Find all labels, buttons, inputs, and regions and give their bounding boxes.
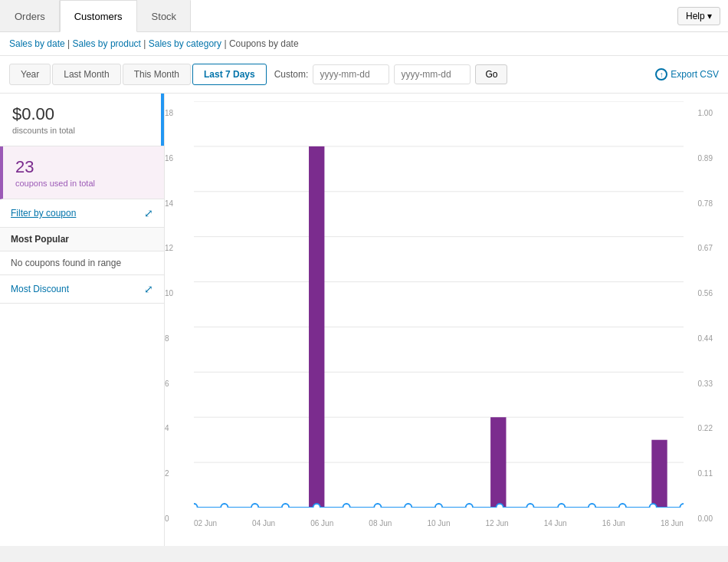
point-08jun <box>374 504 381 508</box>
breadcrumb-link-sales-category[interactable]: Sales by category <box>149 38 221 49</box>
tab-orders[interactable]: Orders <box>0 0 60 31</box>
point-18jun <box>680 504 684 508</box>
y-label-right: 0.89 <box>684 154 713 163</box>
export-icon: ↑ <box>655 68 667 81</box>
y-label-left: 12 <box>165 244 194 252</box>
x-label: 08 Jun <box>369 519 392 527</box>
chart-svg-wrapper <box>194 101 684 508</box>
x-label: 12 Jun <box>486 519 509 527</box>
x-axis-labels: 02 Jun04 Jun06 Jun08 Jun10 Jun12 Jun14 J… <box>194 515 684 531</box>
point-12jun <box>497 504 503 508</box>
most-popular-empty: No coupons found in range <box>0 251 164 275</box>
y-label-right: 0.67 <box>684 244 713 252</box>
period-tab-this-month[interactable]: This Month <box>123 64 191 85</box>
point-10jun <box>435 504 442 508</box>
y-label-right: 0.78 <box>684 199 713 208</box>
svg-point-15 <box>466 504 473 508</box>
y-label-left: 8 <box>165 334 194 343</box>
export-csv-button[interactable]: ↑ Export CSV <box>655 68 719 81</box>
most-discount-link[interactable]: Most Discount <box>11 284 69 294</box>
y-label-right: 0.11 <box>684 469 713 478</box>
left-panel: $0.00 discounts in total 23 coupons used… <box>0 94 165 546</box>
x-label: 16 Jun <box>602 519 625 527</box>
main-layout: $0.00 discounts in total 23 coupons used… <box>0 94 728 546</box>
x-label: 14 Jun <box>544 519 567 527</box>
point-02jun <box>194 504 198 508</box>
tab-customers[interactable]: Customers <box>60 0 137 32</box>
breadcrumb: Sales by date | Sales by product | Sales… <box>0 32 728 56</box>
period-custom: Custom: Go <box>274 64 508 84</box>
svg-point-14 <box>405 504 412 508</box>
svg-point-11 <box>221 504 228 508</box>
filter-by-coupon-link[interactable]: Filter by coupon <box>11 208 76 219</box>
chart-svg <box>194 101 684 508</box>
discount-value: $0.00 <box>12 104 152 124</box>
svg-point-13 <box>343 504 349 508</box>
go-button[interactable]: Go <box>475 64 507 84</box>
y-label-left: 18 <box>165 109 194 117</box>
y-label-right: 0.00 <box>684 514 713 523</box>
svg-point-18 <box>650 504 657 508</box>
most-discount-expand-icon[interactable]: ⤢ <box>144 283 153 295</box>
breadcrumb-link-sales-date[interactable]: Sales by date <box>9 38 65 49</box>
top-nav: Orders Customers Stock Help ▾ <box>0 0 728 32</box>
coupon-count: 23 <box>15 157 152 177</box>
chart-area: 024681012141618 0.000.110.220.330.440.56… <box>165 94 728 546</box>
discount-label: discounts in total <box>12 126 152 135</box>
y-label-left: 4 <box>165 424 194 432</box>
bar-18jun <box>651 440 667 508</box>
y-label-left: 14 <box>165 199 194 208</box>
breadcrumb-current: Coupons by date <box>229 38 299 49</box>
most-popular-header: Most Popular <box>0 228 164 251</box>
breadcrumb-link-sales-product[interactable]: Sales by product <box>73 38 141 49</box>
filter-by-coupon-section[interactable]: Filter by coupon ⤢ <box>0 199 164 228</box>
period-tabs-bar: Year Last Month This Month Last 7 Days C… <box>0 56 728 94</box>
top-nav-tabs: Orders Customers Stock <box>0 0 191 31</box>
point-16jun <box>619 504 626 508</box>
custom-date-end[interactable] <box>394 64 471 84</box>
period-tab-year[interactable]: Year <box>9 64 51 85</box>
y-axis-right: 0.000.110.220.330.440.560.670.780.891.00 <box>684 101 713 531</box>
filter-expand-icon[interactable]: ⤢ <box>144 207 153 219</box>
main-content: Year Last Month This Month Last 7 Days C… <box>0 56 728 546</box>
y-label-left: 6 <box>165 380 194 388</box>
most-discount-section[interactable]: Most Discount ⤢ <box>0 275 164 304</box>
period-tab-last-month[interactable]: Last Month <box>52 64 120 85</box>
bar-06jun <box>309 146 324 508</box>
svg-point-17 <box>589 504 595 508</box>
x-label: 04 Jun <box>252 519 275 527</box>
bar-12jun <box>490 417 506 508</box>
y-label-left: 16 <box>165 154 194 163</box>
discounts-stat-box: $0.00 discounts in total <box>0 94 164 146</box>
chart-container: 024681012141618 0.000.110.220.330.440.56… <box>165 101 713 531</box>
point-06jun <box>313 504 320 508</box>
y-label-right: 1.00 <box>684 109 713 117</box>
y-axis-left: 024681012141618 <box>165 101 194 531</box>
blue-bar <box>161 94 164 146</box>
x-label: 10 Jun <box>427 519 450 527</box>
y-label-right: 0.33 <box>684 380 713 388</box>
svg-point-12 <box>282 504 289 508</box>
custom-date-start[interactable] <box>313 64 389 84</box>
y-label-right: 0.22 <box>684 424 713 432</box>
coupon-label: coupons used in total <box>15 179 152 188</box>
x-label: 02 Jun <box>194 519 217 527</box>
y-label-left: 0 <box>165 514 194 523</box>
period-tab-last-7-days[interactable]: Last 7 Days <box>192 64 267 85</box>
coupons-stat-box: 23 coupons used in total <box>0 146 164 199</box>
x-label: 06 Jun <box>310 519 333 527</box>
y-label-right: 0.44 <box>684 334 713 343</box>
point-14jun <box>558 504 565 508</box>
y-label-left: 2 <box>165 469 194 478</box>
svg-point-16 <box>526 504 533 508</box>
tab-stock[interactable]: Stock <box>137 0 192 31</box>
x-label: 18 Jun <box>661 519 684 527</box>
point-03jun <box>251 504 258 508</box>
y-label-right: 0.56 <box>684 289 713 297</box>
y-label-left: 10 <box>165 289 194 297</box>
help-button[interactable]: Help ▾ <box>677 7 720 25</box>
